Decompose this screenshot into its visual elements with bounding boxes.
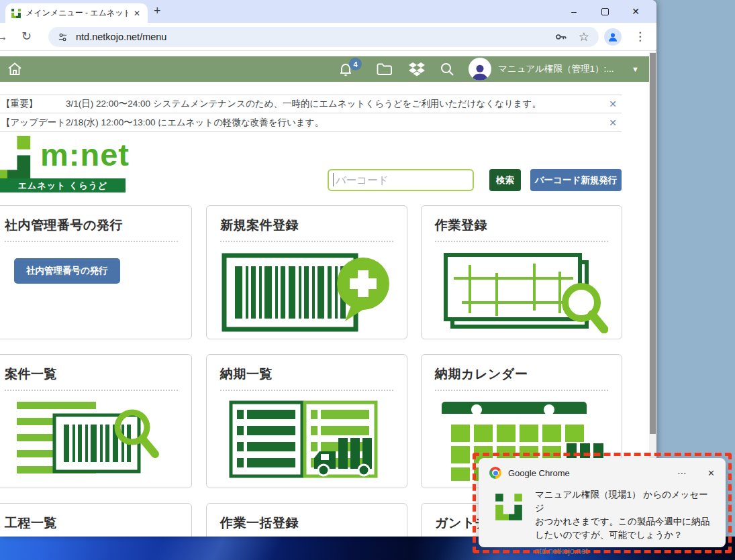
card-title: 新規案件登録 <box>220 217 393 234</box>
card-separator <box>220 241 393 242</box>
mnet-app-icon <box>493 492 524 525</box>
card-title: 作業登録 <box>435 217 608 234</box>
bookmark-star-icon[interactable]: ☆ <box>579 30 589 44</box>
site-settings-icon[interactable] <box>58 32 68 42</box>
card-title: 社内管理番号の発行 <box>5 217 178 234</box>
chrome-profile-avatar[interactable] <box>604 28 622 46</box>
text-caret <box>333 173 334 186</box>
worksheet-search-icon <box>435 251 608 333</box>
notice-message: 3/1(日) 22:00〜24:00 システムメンテナンスのため、一時的にエムネ… <box>66 98 604 110</box>
card-title: 案件一覧 <box>5 366 178 383</box>
avatar-person-icon <box>470 62 490 80</box>
card-title: 納期一覧 <box>220 366 393 383</box>
app-header: 4 <box>0 56 649 82</box>
minimize-button[interactable]: – <box>558 0 589 23</box>
maximize-icon <box>601 8 609 15</box>
notice-close-icon[interactable]: ✕ <box>604 117 622 128</box>
issue-internal-number-button[interactable]: 社内管理番号の発行 <box>14 258 120 284</box>
browser-tab[interactable]: メインメニュー - エムネットくらうど ✕ <box>5 3 148 23</box>
notice-message: 2/18(水) 12:00〜13:00 にエムネットの軽微な改善を行います。 <box>66 117 604 129</box>
browser-menu-icon[interactable]: ⋮ <box>634 30 646 44</box>
tab-title: メインメニュー - エムネットくらうど <box>26 7 128 19</box>
toast-content: マニュアル権限（現場1） からのメッセージ おつかれさまです。この製品今週中に納… <box>535 488 714 556</box>
card-separator <box>5 390 178 391</box>
brand-logo-text: m:net <box>40 139 130 170</box>
card-new-project[interactable]: 新規案件登録 <box>206 205 407 339</box>
toast-title: マニュアル権限（現場1） からのメッセージ <box>535 488 714 515</box>
notice-label: 【重要】 <box>0 98 66 110</box>
tables-truck-icon <box>226 399 387 481</box>
user-avatar[interactable] <box>469 58 491 80</box>
card-title: 納期カレンダー <box>435 366 608 383</box>
card-deadline-list[interactable]: 納期一覧 <box>206 354 407 488</box>
card-separator <box>435 241 608 242</box>
new-tab-button[interactable]: + <box>154 4 161 18</box>
notice-update: 【アップデート】 2/18(水) 12:00〜13:00 にエムネットの軽微な改… <box>0 113 622 132</box>
browser-toolbar: → ↻ ntd.netkojo.net/menu ☆ <box>0 23 656 51</box>
notice-close-icon[interactable]: ✕ <box>604 99 622 109</box>
maximize-button[interactable] <box>589 0 620 23</box>
mnet-favicon-icon <box>11 8 21 19</box>
url-text[interactable]: ntd.netkojo.net/menu <box>76 32 544 42</box>
reload-icon[interactable]: ↻ <box>21 29 32 44</box>
toast-body: おつかれさまです。この製品今週中に納品したいのですが、可能でしょうか？ <box>535 515 714 542</box>
tab-close-icon[interactable]: ✕ <box>132 9 142 18</box>
search-button[interactable]: 検索 <box>489 169 521 191</box>
brand-logo-subtitle: エムネット くらうど <box>0 178 126 192</box>
issue-barcode-button[interactable]: バーコード新規発行 <box>530 169 622 191</box>
url-bar[interactable]: ntd.netkojo.net/menu ☆ <box>48 27 599 47</box>
window-controls: – ✕ <box>558 0 651 23</box>
toast-header: Google Chrome ⋯ ✕ <box>479 458 726 479</box>
tab-strip: メインメニュー - エムネットくらうど ✕ + – ✕ <box>0 0 656 23</box>
card-process-list[interactable]: 工程一覧 <box>0 503 192 537</box>
card-title: 作業一括登録 <box>220 514 393 532</box>
toast-close-icon[interactable]: ✕ <box>707 468 715 478</box>
notice-important: 【重要】 3/1(日) 22:00〜24:00 システムメンテナンスのため、一時… <box>0 95 622 113</box>
password-key-icon[interactable] <box>554 30 568 44</box>
dropbox-icon[interactable] <box>408 61 426 80</box>
chevron-down-icon[interactable]: ▼ <box>632 65 639 73</box>
chrome-logo-icon <box>489 467 501 479</box>
logged-in-user-label[interactable]: マニュアル権限（管理1）:... <box>498 56 627 82</box>
toast-app-name: Google Chrome <box>508 468 677 478</box>
card-title: 工程一覧 <box>5 514 178 532</box>
notice-label: 【アップデート】 <box>0 117 66 129</box>
toast-more-icon[interactable]: ⋯ <box>677 467 687 478</box>
notification-count-badge: 4 <box>349 58 362 70</box>
profile-person-icon <box>607 31 619 43</box>
close-window-button[interactable]: ✕ <box>620 0 651 23</box>
scrollbar-thumb[interactable] <box>650 53 656 434</box>
browser-window: メインメニュー - エムネットくらうど ✕ + – ✕ → ↻ ntd.netk… <box>0 0 656 537</box>
card-separator <box>5 241 178 242</box>
card-project-list[interactable]: 案件一覧 <box>0 354 192 488</box>
toast-source-url: ntd.netkojo.net <box>535 547 714 556</box>
barcode-plus-icon <box>220 251 389 333</box>
card-bulk-work-register[interactable]: 作業一括登録 <box>206 503 407 537</box>
search-icon[interactable] <box>439 61 455 80</box>
card-separator <box>220 390 393 391</box>
folder-icon[interactable] <box>376 61 393 80</box>
card-separator <box>435 390 608 391</box>
forward-icon[interactable]: → <box>0 30 8 44</box>
card-work-register[interactable]: 作業登録 <box>421 205 622 339</box>
card-internal-number[interactable]: 社内管理番号の発行 社内管理番号の発行 <box>0 205 192 339</box>
home-icon[interactable] <box>7 61 23 80</box>
barcode-input[interactable] <box>328 169 474 191</box>
chrome-notification-toast[interactable]: Google Chrome ⋯ ✕ マニュアル権限（現場1） からのメッセージ … <box>479 458 726 547</box>
list-barcode-search-icon <box>13 399 181 481</box>
